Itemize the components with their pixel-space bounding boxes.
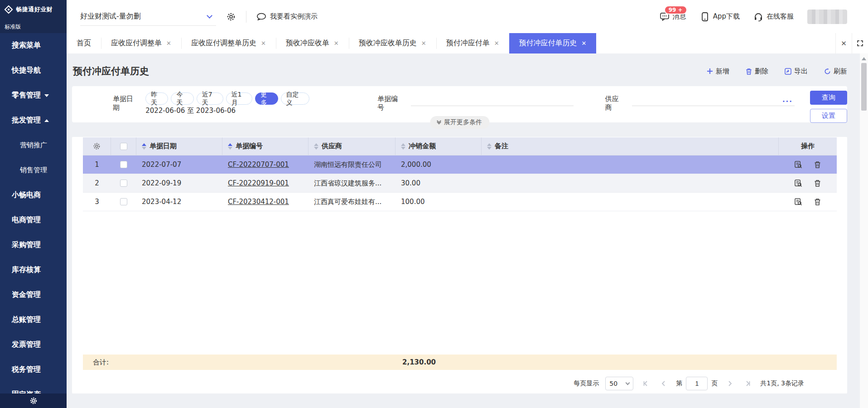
tab-ar-ap-adjust-history[interactable]: 应收应付调整单历史 ✕ [181,33,276,53]
header-doc-no[interactable]: 单据编号 [222,137,309,155]
preset-today[interactable]: 今天 [171,92,193,105]
brand-name: 畅捷通好业财 [16,5,53,14]
user-info-redacted[interactable] [807,10,847,24]
vertical-scrollbar[interactable] [860,53,868,408]
close-icon[interactable]: ✕ [421,40,426,46]
sidebar-item-invoices[interactable]: 发票管理 [0,332,67,357]
scrollbar-thumb[interactable] [861,63,867,111]
header-supplier[interactable]: 供应商 [309,137,395,155]
sidebar-item-inventory[interactable]: 库存核算 [0,257,67,282]
close-icon[interactable]: ✕ [582,40,587,46]
sidebar-item-general-ledger[interactable]: 总账管理 [0,307,67,332]
row-checkbox[interactable] [120,180,127,187]
fullscreen-button[interactable] [852,33,868,53]
tab-prereceipt-offset-history[interactable]: 预收冲应收单历史 ✕ [349,33,436,53]
page-size-select[interactable]: 50 [605,377,633,390]
view-detail-icon[interactable] [795,161,802,169]
expand-more-conditions-button[interactable]: 展开更多条件 [430,116,489,129]
settings-button[interactable]: 设置 [810,109,847,123]
scroll-up-arrow-icon[interactable] [862,57,866,60]
date-range-value[interactable]: 2022-06-06 至 2023-06-06 [145,107,309,115]
doc-no-link[interactable]: CF-20220919-001 [228,179,289,187]
demo-link[interactable]: 我要看实例演示 [256,12,318,22]
row-checkbox[interactable] [120,161,127,168]
sidebar-item-quick-nav[interactable]: 快捷导航 [0,58,67,83]
sidebar-item-marketing[interactable]: 营销推广 [0,133,67,158]
tab-prepay-offset-history-active[interactable]: 预付冲应付单历史 ✕ [509,33,597,53]
close-all-tabs-button[interactable]: ✕ [835,33,852,53]
export-button[interactable]: 导出 [785,67,808,76]
select-all-checkbox[interactable] [120,143,127,150]
app-download-button[interactable]: App下载 [700,12,740,22]
header-doc-date[interactable]: 单据日期 [136,137,222,155]
preset-custom[interactable]: 自定义 [281,92,309,105]
trash-icon [746,68,752,75]
messages-button[interactable]: 99 + 消息 [660,12,686,22]
last-page-button[interactable] [742,378,754,389]
sort-icon[interactable] [228,143,232,150]
row-supplier: 江西真可爱布娃娃有... [309,198,395,206]
row-amount: 100.00 [395,198,482,206]
preset-last-month[interactable]: 近1月 [226,92,253,105]
sidebar-item-funds[interactable]: 资金管理 [0,282,67,307]
table-row[interactable]: 2 2022-09-19 CF-20220919-001 江西省琼汉建筑服务..… [83,174,837,193]
app-download-label: App下载 [713,12,740,21]
sort-icon[interactable] [487,143,492,150]
sidebar-item-purchasing[interactable]: 采购管理 [0,233,67,257]
table-gear-icon[interactable] [93,142,101,150]
close-icon[interactable]: ✕ [494,40,499,46]
tab-ar-ap-adjust[interactable]: 应收应付调整单 ✕ [101,33,181,53]
delete-row-icon[interactable] [814,161,821,168]
tab-prepay-offset[interactable]: 预付冲应付单 ✕ [436,33,509,53]
prev-page-button[interactable] [658,378,670,389]
row-supplier: 江西省琼汉建筑服务... [309,179,395,188]
delete-button[interactable]: 删除 [746,67,768,76]
next-page-button[interactable] [724,378,736,389]
sidebar-item-xiaochang-ecom[interactable]: 小畅电商 [0,183,67,208]
header-remark[interactable]: 备注 [482,137,779,155]
sort-icon[interactable] [314,143,318,150]
search-button[interactable]: 查询 [810,91,847,105]
online-support-button[interactable]: 在线客服 [753,12,794,22]
account-select[interactable]: 好业财测试-量勿删 [80,8,216,26]
supplier-input[interactable]: ... [632,92,795,106]
delete-row-icon[interactable] [814,180,821,187]
view-detail-icon[interactable] [795,198,802,206]
sidebar-item-retail[interactable]: 零售管理 [0,83,67,108]
first-page-button[interactable] [640,378,651,389]
tab-prereceipt-offset[interactable]: 预收冲应收单 ✕ [276,33,349,53]
brand-edition: 标准版 [5,23,21,31]
page-actions: 新增 删除 [707,67,847,76]
sort-icon[interactable] [142,143,146,150]
doc-no-input[interactable] [411,92,574,106]
supplier-picker-ellipsis[interactable]: ... [782,96,795,106]
supplier-label: 供应商 [605,95,625,112]
sidebar-item-ecommerce[interactable]: 电商管理 [0,208,67,233]
table-row[interactable]: 1 2022-07-07 CF-20220707-001 湖南恒远有限责任公司 … [83,155,837,174]
doc-no-link[interactable]: CF-20230412-001 [228,198,289,206]
fullscreen-icon [857,40,863,46]
doc-no-link[interactable]: CF-20220707-001 [228,160,289,169]
sidebar-item-wholesale[interactable]: 批发管理 [0,108,67,133]
delete-row-icon[interactable] [814,198,821,205]
preset-last7days[interactable]: 近7天 [197,92,223,105]
header-offset-amount[interactable]: 冲销金额 [395,137,482,155]
row-checkbox[interactable] [120,198,127,205]
sort-icon[interactable] [401,143,405,150]
close-icon[interactable]: ✕ [261,40,266,46]
gear-icon[interactable] [29,396,39,406]
sidebar-item-search-menu[interactable]: 搜索菜单 [0,33,67,58]
page-number-input[interactable] [686,377,708,390]
preset-yesterday[interactable]: 昨天 [145,92,168,105]
sidebar-item-sales[interactable]: 销售管理 [0,158,67,183]
settings-gear-icon[interactable] [226,12,236,22]
tab-home[interactable]: 首页 [67,33,101,53]
add-button[interactable]: 新增 [707,67,729,76]
sidebar-item-tax[interactable]: 税务管理 [0,357,67,382]
close-icon[interactable]: ✕ [334,40,339,46]
view-detail-icon[interactable] [795,180,802,187]
close-icon[interactable]: ✕ [166,40,171,46]
table-row[interactable]: 3 2023-04-12 CF-20230412-001 江西真可爱布娃娃有..… [83,193,837,211]
preset-more[interactable]: 更多 [255,92,278,105]
refresh-button[interactable]: 刷新 [824,67,847,76]
